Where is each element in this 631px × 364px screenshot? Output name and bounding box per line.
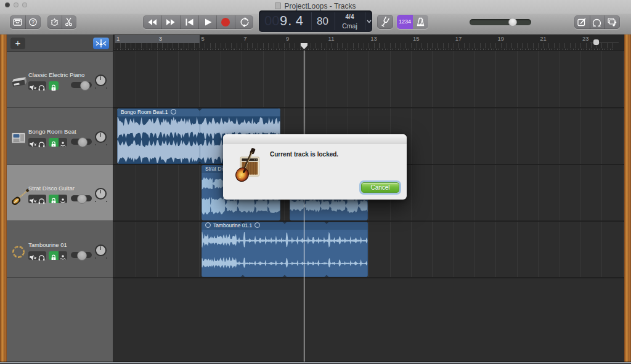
svg-text:?: ? — [31, 19, 35, 25]
